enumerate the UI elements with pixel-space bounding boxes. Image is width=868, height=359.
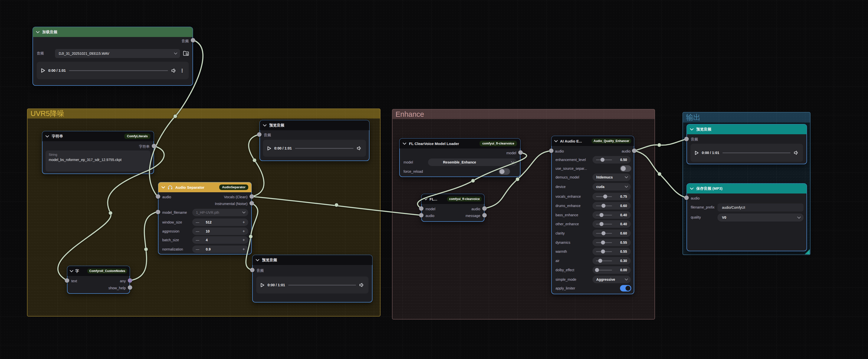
link-midpoint-dot[interactable] (144, 247, 148, 251)
slot-dot-separator-audio-in[interactable] (156, 194, 160, 199)
link-comfyroll-to-modelfilename (130, 212, 158, 280)
slot-dot-enhancer-audio-out[interactable] (632, 149, 637, 153)
slot-dot-save-audio-in[interactable] (684, 196, 689, 200)
slot-dot-comfyroll-any-out[interactable] (128, 278, 132, 283)
slot-dot-separator-model-in[interactable] (156, 210, 160, 214)
link-midpoint-dot[interactable] (174, 115, 177, 118)
link-midpoint-dot[interactable] (657, 143, 661, 147)
slot-dot-separator-inst-out[interactable] (249, 201, 254, 206)
slot-dot-preview3-in[interactable] (684, 137, 689, 141)
slot-dot-preview1-in[interactable] (257, 132, 261, 137)
slot-dot-flprocess-message-out[interactable] (482, 213, 487, 217)
node-graph-canvas[interactable]: UVR5降噪 Enhance 输出 加载音频 音频 音频 DJI_31_2025… (0, 0, 868, 359)
link-midpoint-dot[interactable] (253, 158, 256, 162)
link-midpoint-dot[interactable] (516, 178, 520, 181)
link-midpoint-dot[interactable] (658, 172, 661, 176)
link-midpoint-dot[interactable] (109, 211, 113, 215)
slot-dot-string-out[interactable] (152, 144, 156, 148)
slot-dot-separator-vocals-out[interactable] (249, 194, 254, 199)
link-midpoint-dot[interactable] (249, 235, 253, 239)
slot-dot-flprocess-audio-in[interactable] (419, 213, 424, 217)
slot-dot-comfyroll-text-in[interactable] (65, 278, 69, 283)
link-midpoint-dots (109, 115, 661, 251)
slot-dot-loader-model-out[interactable] (518, 150, 523, 155)
slot-dot-flprocess-model-in[interactable] (419, 206, 424, 211)
link-midpoint-dot[interactable] (471, 179, 475, 183)
link-loadaudio-to-separator (150, 40, 203, 197)
links (58, 40, 686, 280)
link-canvas (0, 0, 868, 359)
slot-dot-loadaudio-out[interactable] (191, 38, 195, 42)
slot-dot-comfyroll-showhelp-out[interactable] (128, 285, 132, 290)
link-midpoint-dot[interactable] (335, 203, 339, 207)
slot-dot-enhancer-audio-in[interactable] (549, 149, 554, 153)
slot-dot-flprocess-audio-out[interactable] (482, 206, 487, 211)
link-vocals-to-preview1 (249, 134, 264, 197)
slot-dot-preview2-in[interactable] (250, 268, 254, 272)
